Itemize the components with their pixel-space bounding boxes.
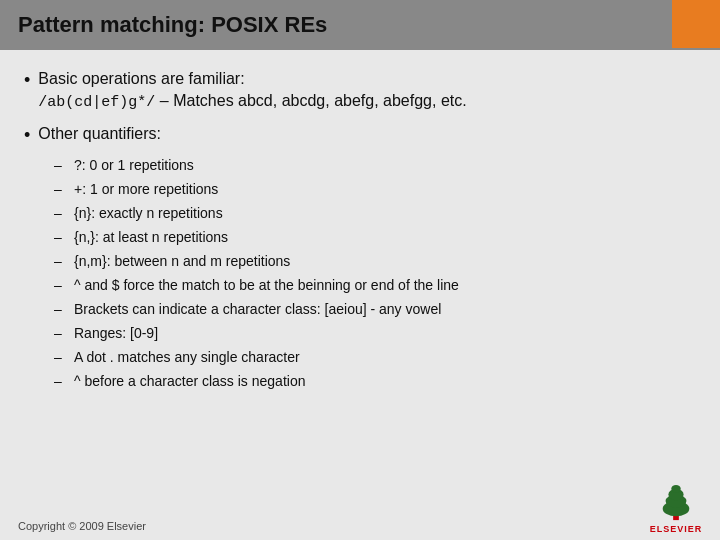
bullet-dot-2: • <box>24 123 30 148</box>
slide-container: Pattern matching: POSIX REs • Basic oper… <box>0 0 720 540</box>
bullet-section-1: • Basic operations are familiar: /ab(cd|… <box>24 68 696 113</box>
sub-item-3: –{n,}: at least n repetitions <box>54 227 696 248</box>
elsevier-logo: ELSEVIER <box>644 480 708 534</box>
sub-item-0: –?: 0 or 1 repetitions <box>54 155 696 176</box>
sub-item-text-2: {n}: exactly n repetitions <box>74 203 223 224</box>
sub-item-dash-5: – <box>54 275 66 296</box>
sub-item-dash-4: – <box>54 251 66 272</box>
bullet-2-text: Other quantifiers: <box>38 123 161 145</box>
sub-item-dash-7: – <box>54 323 66 344</box>
bullet-1-code: /ab(cd|ef)g*/ <box>38 94 155 111</box>
sub-item-dash-2: – <box>54 203 66 224</box>
bullet-2: • Other quantifiers: <box>24 123 696 148</box>
bullet-dot-1: • <box>24 68 30 93</box>
sub-item-text-7: Ranges: [0-9] <box>74 323 158 344</box>
sub-item-dash-8: – <box>54 347 66 368</box>
bullet-1-desc: Matches abcd, abcdg, abefg, abefgg, etc. <box>173 92 467 109</box>
footer: Copyright © 2009 Elsevier <box>18 520 146 532</box>
sub-item-dash-0: – <box>54 155 66 176</box>
svg-point-4 <box>671 485 681 493</box>
sub-list: –?: 0 or 1 repetitions–+: 1 or more repe… <box>54 155 696 392</box>
sub-item-text-9: ^ before a character class is negation <box>74 371 305 392</box>
sub-item-text-8: A dot . matches any single character <box>74 347 300 368</box>
sub-item-text-4: {n,m}: between n and m repetitions <box>74 251 290 272</box>
bullet-1-text: Basic operations are familiar: /ab(cd|ef… <box>38 68 466 113</box>
bullet-section-2: • Other quantifiers: –?: 0 or 1 repetiti… <box>24 123 696 391</box>
sub-item-4: –{n,m}: between n and m repetitions <box>54 251 696 272</box>
orange-accent <box>672 0 720 48</box>
sub-item-dash-9: – <box>54 371 66 392</box>
title-bar: Pattern matching: POSIX REs <box>0 0 720 50</box>
sub-item-7: –Ranges: [0-9] <box>54 323 696 344</box>
sub-item-8: –A dot . matches any single character <box>54 347 696 368</box>
sub-item-dash-3: – <box>54 227 66 248</box>
sub-item-9: –^ before a character class is negation <box>54 371 696 392</box>
sub-item-dash-1: – <box>54 179 66 200</box>
content-area: • Basic operations are familiar: /ab(cd|… <box>0 50 720 540</box>
bullet-1-separator: – <box>160 92 169 109</box>
elsevier-label: ELSEVIER <box>650 524 703 534</box>
bullet-1-prefix: Basic operations are familiar: <box>38 70 244 87</box>
sub-item-6: –Brackets can indicate a character class… <box>54 299 696 320</box>
sub-item-text-1: +: 1 or more repetitions <box>74 179 218 200</box>
sub-item-text-6: Brackets can indicate a character class:… <box>74 299 441 320</box>
sub-item-2: –{n}: exactly n repetitions <box>54 203 696 224</box>
elsevier-tree-icon <box>654 484 698 522</box>
sub-item-text-3: {n,}: at least n repetitions <box>74 227 228 248</box>
slide-title: Pattern matching: POSIX REs <box>18 12 327 38</box>
sub-item-text-0: ?: 0 or 1 repetitions <box>74 155 194 176</box>
bullet-1: • Basic operations are familiar: /ab(cd|… <box>24 68 696 113</box>
sub-item-1: –+: 1 or more repetitions <box>54 179 696 200</box>
sub-item-text-5: ^ and $ force the match to be at the bei… <box>74 275 459 296</box>
sub-item-5: –^ and $ force the match to be at the be… <box>54 275 696 296</box>
sub-item-dash-6: – <box>54 299 66 320</box>
